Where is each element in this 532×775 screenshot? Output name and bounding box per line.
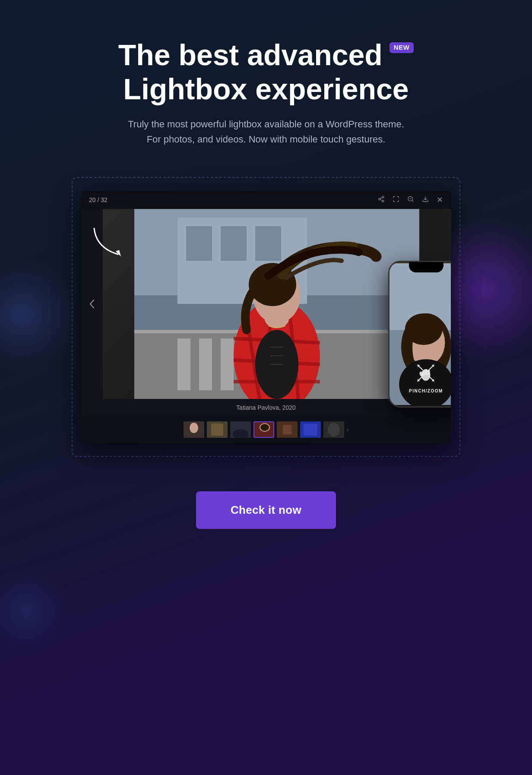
- svg-point-1: [379, 198, 380, 200]
- arrow-indicator: [90, 222, 129, 263]
- svg-rect-14: [221, 226, 247, 261]
- thumbnail-6[interactable]: [300, 421, 321, 438]
- lightbox-counter: 20 / 32: [89, 196, 108, 203]
- svg-point-76: [328, 423, 340, 437]
- phone-screen: PINCH/ZOOM: [390, 262, 451, 406]
- thumbnail-1[interactable]: [184, 421, 204, 438]
- bg-blob-left: [0, 259, 78, 371]
- lightbox-topbar: 20 / 32: [81, 191, 451, 209]
- svg-point-63: [190, 423, 198, 433]
- pinch-zoom-icon: PINCH/ZOOM: [409, 360, 443, 393]
- subtitle-line2: For photos, and videos. Now with mobile …: [147, 134, 386, 145]
- bg-blob-bottom-left: [0, 568, 69, 654]
- expand-icon[interactable]: [393, 196, 399, 204]
- thumbnail-5[interactable]: [277, 421, 298, 438]
- svg-rect-20: [221, 338, 234, 390]
- phone-mockup-wrapper: PINCH/ZOOM: [388, 261, 451, 408]
- thumbnail-2[interactable]: [207, 421, 228, 438]
- title-line1-text: The best advanced: [118, 39, 383, 71]
- svg-rect-13: [186, 226, 212, 261]
- zoom-icon[interactable]: [407, 196, 414, 204]
- lightbox-body: PINCH/ZOOM: [81, 209, 451, 399]
- lightbox-thumbnails: ›: [81, 416, 451, 443]
- title-line2: Lightbox experience: [26, 73, 506, 105]
- svg-line-4: [380, 197, 383, 199]
- lightbox-mockup: 20 / 32: [81, 191, 451, 443]
- title-line1-wrapper: The best advanced NEW: [26, 39, 506, 71]
- svg-rect-72: [283, 425, 291, 434]
- pinch-zoom-label: PINCH/ZOOM: [409, 389, 443, 393]
- phone-notch: [409, 262, 443, 272]
- thumbnail-7[interactable]: [323, 421, 344, 438]
- thumbnail-4[interactable]: [253, 421, 274, 438]
- svg-point-2: [382, 200, 384, 202]
- new-badge: NEW: [390, 42, 414, 53]
- svg-point-70: [260, 424, 269, 431]
- demo-wrapper: 20 / 32: [72, 177, 460, 457]
- subtitle-line1: Truly the most powerful lightbox availab…: [128, 119, 404, 130]
- thumbnails-more: ›: [347, 426, 349, 433]
- svg-point-0: [382, 196, 384, 198]
- svg-rect-19: [199, 338, 212, 390]
- svg-line-6: [412, 200, 413, 202]
- phone-mockup: PINCH/ZOOM: [388, 261, 451, 408]
- check-it-now-button[interactable]: Check it now: [196, 491, 336, 529]
- download-icon[interactable]: [422, 196, 429, 204]
- close-icon[interactable]: ✕: [437, 195, 443, 205]
- svg-point-46: [405, 313, 443, 345]
- cta-section: Check it now: [0, 457, 532, 572]
- svg-line-3: [380, 199, 383, 201]
- header-section: The best advanced NEW Lightbox experienc…: [0, 0, 532, 164]
- svg-rect-74: [304, 424, 317, 436]
- thumbnail-3[interactable]: [230, 421, 251, 438]
- svg-rect-18: [177, 338, 190, 390]
- lightbox-icons: ✕: [378, 195, 443, 205]
- svg-rect-65: [211, 424, 223, 436]
- svg-rect-59: [425, 369, 428, 375]
- svg-rect-60: [428, 370, 430, 375]
- subtitle: Truly the most powerful lightbox availab…: [115, 117, 417, 147]
- svg-rect-15: [255, 226, 281, 261]
- share-icon[interactable]: [378, 196, 385, 204]
